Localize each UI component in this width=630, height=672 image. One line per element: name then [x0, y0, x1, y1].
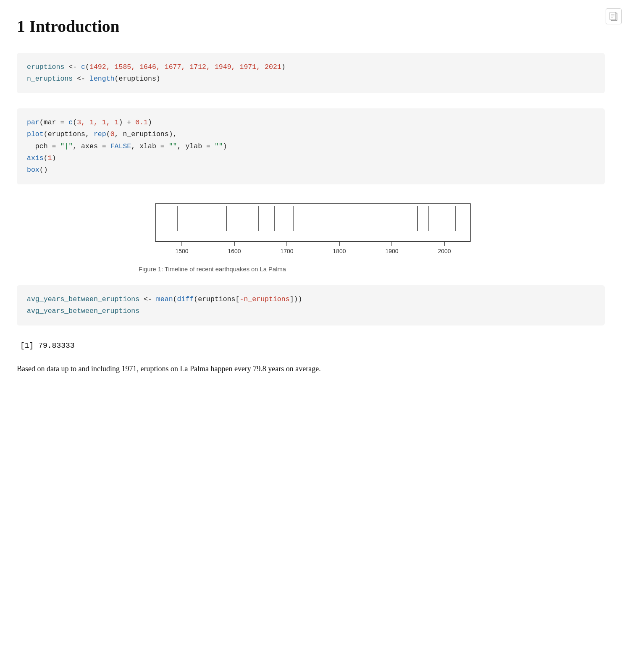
code-block-2: par(mar = c(3, 1, 1, 1) + 0.1) plot(erup… [17, 108, 605, 184]
code-line-2-2: plot(eruptions, rep(0, n_eruptions), [27, 129, 595, 140]
title-text: Introduction [29, 17, 120, 36]
svg-text:1600: 1600 [228, 248, 241, 255]
output-block: [1] 79.83333 [17, 341, 605, 351]
figure-caption: Figure 1: Timeline of recent earthquakes… [139, 266, 483, 273]
code-line-3-1: avg_years_between_eruptions <- mean(diff… [27, 294, 595, 305]
svg-text:2000: 2000 [438, 248, 451, 255]
body-text: Based on data up to and including 1971, … [17, 362, 605, 375]
svg-text:1800: 1800 [333, 248, 346, 255]
code-line-2-4: axis(1) [27, 152, 595, 164]
code-block-3: avg_years_between_eruptions <- mean(diff… [17, 285, 605, 326]
chart-container: 1500 1600 1700 1800 1900 2000 [139, 200, 483, 262]
svg-text:1500: 1500 [175, 248, 188, 255]
svg-text:1900: 1900 [385, 248, 398, 255]
clipboard-icon[interactable] [606, 8, 622, 24]
svg-text:1700: 1700 [280, 248, 293, 255]
timeline-chart: 1500 1600 1700 1800 1900 2000 [139, 200, 483, 262]
code-line-1-1: eruptions <- c(1492, 1585, 1646, 1677, 1… [27, 61, 595, 73]
code-line-2-3: pch = "|", axes = FALSE, xlab = "", ylab… [27, 141, 595, 152]
code-line-2-5: box() [27, 164, 595, 176]
code-line-3-2: avg_years_between_eruptions [27, 305, 595, 317]
page-title: 1 Introduction [17, 17, 605, 36]
section-number: 1 [17, 17, 29, 36]
code-line-2-1: par(mar = c(3, 1, 1, 1) + 0.1) [27, 117, 595, 129]
svg-rect-5 [155, 204, 470, 242]
code-block-1: eruptions <- c(1492, 1585, 1646, 1677, 1… [17, 53, 605, 93]
code-line-1-2: n_eruptions <- length(eruptions) [27, 73, 595, 85]
